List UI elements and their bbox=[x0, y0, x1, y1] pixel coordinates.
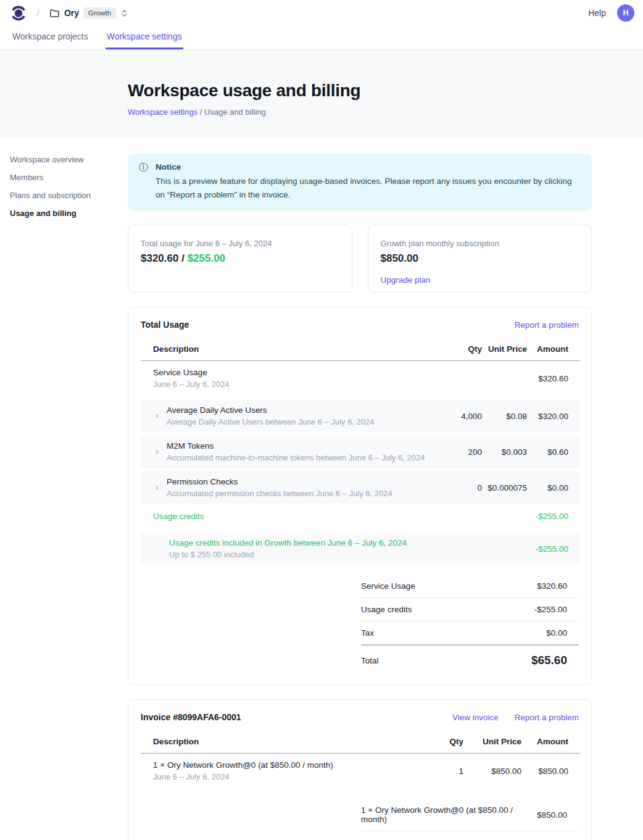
total-usage-card: Total Usage Report a problem Description… bbox=[128, 307, 592, 685]
total-usage-period-label: Total usage for June 6 – July 6, 2024 bbox=[141, 239, 339, 248]
notice-title: Notice bbox=[156, 161, 581, 173]
invoice-table-header: Description Qty Unit Price Amount bbox=[141, 732, 580, 754]
notice-body: This is a preview feature for displaying… bbox=[156, 175, 581, 201]
usage-report-problem-link[interactable]: Report a problem bbox=[515, 320, 579, 330]
invoice-summary-row-tax: Tax $0.00 bbox=[361, 831, 579, 840]
ory-logo-icon bbox=[10, 4, 27, 22]
invoice-summary-row-line: 1 × Ory Network Growth@0 (at $850.00 / m… bbox=[361, 799, 579, 831]
page-title: Workspace usage and billing bbox=[128, 81, 643, 101]
usage-credit-amount: $255.00 bbox=[188, 252, 225, 264]
settings-sidebar: Workspace overview Members Plans and sub… bbox=[10, 155, 115, 227]
chevron-updown-icon bbox=[120, 9, 128, 18]
summary-row-tax: Tax $0.00 bbox=[361, 622, 579, 646]
summary-row-service-usage: Service Usage $320.60 bbox=[361, 575, 579, 598]
info-icon: ⓘ bbox=[139, 161, 148, 201]
workspace-name: Ory bbox=[64, 8, 79, 18]
chevron-right-icon[interactable]: › bbox=[153, 411, 161, 420]
breadcrumb: Workspace settings / Usage and billing bbox=[128, 107, 643, 117]
usage-row-credits-detail: Usage credits included in Growth between… bbox=[141, 533, 580, 565]
user-avatar[interactable]: H bbox=[617, 4, 634, 22]
plan-badge: Growth bbox=[83, 7, 116, 19]
usage-table-header: Description Qty Unit Price Amount bbox=[141, 339, 580, 361]
view-invoice-link[interactable]: View invoice bbox=[452, 713, 499, 722]
invoice-title: Invoice #8099AFA6-0001 bbox=[141, 712, 241, 722]
invoice-report-problem-link[interactable]: Report a problem bbox=[515, 713, 579, 722]
summary-row-usage-credits: Usage credits -$255.00 bbox=[361, 598, 579, 622]
usage-row-m2m-tokens[interactable]: › M2M Tokens Accumulated machine-to-mach… bbox=[141, 436, 580, 468]
breadcrumb-separator: / bbox=[37, 8, 39, 18]
total-usage-amount: $320.60 / $255.00 bbox=[141, 252, 339, 265]
breadcrumb-current: / Usage and billing bbox=[197, 107, 266, 117]
sidebar-item-members[interactable]: Members bbox=[10, 173, 115, 183]
topbar: / Ory Growth Help H bbox=[0, 0, 643, 26]
help-link[interactable]: Help bbox=[588, 8, 606, 18]
chevron-right-icon[interactable]: › bbox=[153, 483, 161, 491]
chevron-right-icon[interactable]: › bbox=[153, 447, 161, 455]
invoice-summary: 1 × Ory Network Growth@0 (at $850.00 / m… bbox=[361, 799, 579, 840]
sidebar-item-plans-and-subscription[interactable]: Plans and subscription bbox=[10, 191, 115, 201]
usage-row-permission-checks[interactable]: › Permission Checks Accumulated permissi… bbox=[141, 472, 580, 504]
plan-subscription-label: Growth plan monthly subscription bbox=[381, 239, 579, 248]
usage-row-credits: Usage credits -$255.00 bbox=[141, 504, 580, 529]
sidebar-item-usage-and-billing[interactable]: Usage and billing bbox=[10, 209, 115, 218]
summary-row-total: Total $65.60 bbox=[361, 646, 579, 670]
invoice-card: Invoice #8099AFA6-0001 View invoice Repo… bbox=[128, 699, 592, 840]
sidebar-item-workspace-overview[interactable]: Workspace overview bbox=[10, 155, 115, 165]
total-usage-summary-card: Total usage for June 6 – July 6, 2024 $3… bbox=[128, 225, 352, 293]
usage-row-average-daily-active-users[interactable]: › Average Daily Active Users Average Dai… bbox=[141, 400, 580, 432]
usage-row-service-usage: Service Usage June 6 – July 6, 2024 $320… bbox=[141, 361, 580, 396]
workspace-switcher[interactable]: Ory Growth bbox=[49, 7, 128, 19]
workspace-tabbar: Workspace projects Workspace settings bbox=[0, 26, 643, 50]
tab-workspace-settings[interactable]: Workspace settings bbox=[106, 26, 183, 49]
upgrade-plan-link[interactable]: Upgrade plan bbox=[381, 275, 431, 285]
plan-subscription-price: $850.00 bbox=[381, 252, 579, 265]
tab-workspace-projects[interactable]: Workspace projects bbox=[11, 26, 89, 49]
usage-summary: Service Usage $320.60 Usage credits -$25… bbox=[361, 575, 579, 670]
breadcrumb-workspace-settings-link[interactable]: Workspace settings bbox=[128, 107, 197, 117]
plan-subscription-card: Growth plan monthly subscription $850.00… bbox=[368, 225, 592, 293]
folder-icon bbox=[49, 8, 60, 19]
total-usage-title: Total Usage bbox=[141, 320, 189, 330]
preview-notice: ⓘ Notice This is a preview feature for d… bbox=[128, 154, 592, 210]
page-header: Workspace usage and billing Workspace se… bbox=[0, 50, 643, 138]
invoice-line-row: 1 × Ory Network Growth@0 (at $850.00 / m… bbox=[141, 754, 580, 789]
